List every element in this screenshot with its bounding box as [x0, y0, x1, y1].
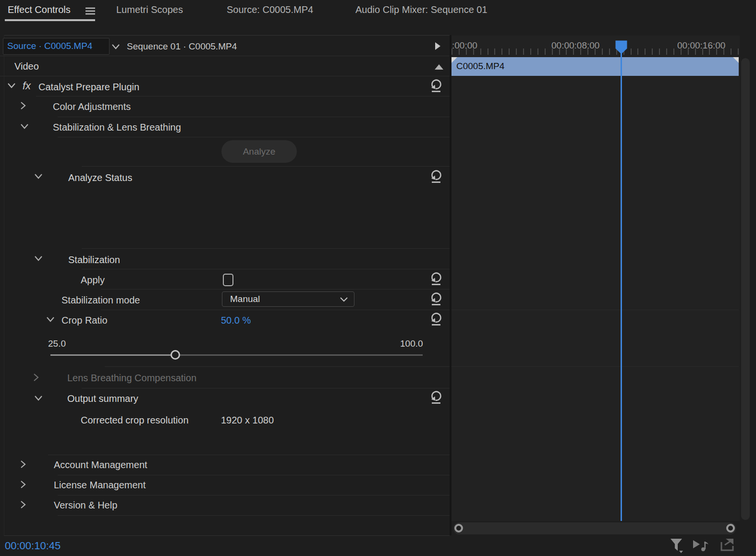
- keyframe-timeline-area[interactable]: [451, 36, 740, 521]
- crop-ratio-slider-track[interactable]: [175, 354, 423, 356]
- crop-ratio-value[interactable]: 50.0 %: [221, 315, 251, 326]
- reset-parameter-icon[interactable]: [429, 168, 443, 183]
- row-divider: [101, 310, 450, 310]
- ruler-ticks[interactable]: [451, 48, 739, 55]
- source-clip-selector[interactable]: Source · C0005.MP4: [3, 38, 110, 55]
- active-tab-underline: [5, 19, 95, 21]
- row-divider: [0, 56, 450, 56]
- fx-icon[interactable]: fx: [23, 80, 31, 92]
- group-account-management[interactable]: Account Management: [54, 459, 147, 471]
- group-license-management[interactable]: License Management: [54, 480, 146, 491]
- stabilization-mode-label: Stabilization mode: [61, 295, 140, 306]
- tab-audio-clip-mixer[interactable]: Audio Clip Mixer: Sequence 01: [355, 4, 488, 15]
- stabilization-group-label[interactable]: Stabilization: [68, 254, 120, 266]
- row-divider: [82, 269, 450, 269]
- row-divider: [58, 117, 450, 117]
- reset-parameter-icon[interactable]: [429, 270, 443, 286]
- row-divider: [82, 248, 450, 249]
- chevron-down-icon[interactable]: [34, 395, 43, 401]
- panel-top-border: [4, 35, 450, 36]
- slider-min-label: 25.0: [48, 338, 66, 349]
- zoom-handle-right[interactable]: [726, 524, 735, 532]
- slider-max-label: 100.0: [400, 338, 423, 349]
- timeline-clip[interactable]: C0005.MP4: [451, 57, 739, 76]
- crop-ratio-slider-handle[interactable]: [171, 350, 180, 360]
- crop-ratio-slider-track-filled[interactable]: [50, 354, 175, 356]
- analyze-button[interactable]: Analyze: [221, 140, 297, 163]
- sequence-clip-label[interactable]: Sequence 01 · C0005.MP4: [127, 41, 237, 52]
- group-stabilization-lens-breathing[interactable]: Stabilization & Lens Breathing: [53, 122, 181, 133]
- analyze-button-label: Analyze: [243, 146, 276, 157]
- corrected-crop-resolution-value: 1920 x 1080: [221, 415, 274, 426]
- reset-effect-icon[interactable]: [429, 77, 443, 93]
- vertical-scrollbar[interactable]: [741, 58, 750, 520]
- chevron-right-icon[interactable]: [20, 480, 26, 489]
- row-divider: [36, 96, 450, 97]
- panel-left-border: [4, 35, 4, 535]
- reset-parameter-icon[interactable]: [429, 290, 443, 306]
- playhead-line[interactable]: [621, 51, 622, 521]
- playhead-timecode[interactable]: 00:00:10:45: [5, 540, 61, 552]
- reset-parameter-icon[interactable]: [429, 389, 443, 404]
- row-divider: [82, 166, 450, 167]
- output-summary-label[interactable]: Output summary: [67, 393, 138, 404]
- tab-source-monitor[interactable]: Source: C0005.MP4: [227, 4, 313, 15]
- panel-menu-icon[interactable]: [85, 6, 96, 16]
- chevron-right-icon[interactable]: [33, 373, 39, 382]
- clip-end-notch-icon: [733, 57, 739, 63]
- reset-parameter-icon[interactable]: [429, 311, 443, 326]
- chevron-right-icon[interactable]: [20, 500, 26, 509]
- panel-bottom-border: [4, 535, 450, 536]
- chevron-down-icon[interactable]: [46, 316, 55, 323]
- row-divider: [101, 289, 450, 290]
- lane-divider: [451, 366, 739, 367]
- row-divider: [58, 515, 450, 516]
- chevron-down-icon[interactable]: [7, 82, 16, 89]
- apply-checkbox[interactable]: [223, 274, 233, 286]
- source-clip-label: Source · C0005.MP4: [7, 41, 92, 51]
- timeline-view-toggle-icon[interactable]: [435, 42, 440, 50]
- tab-lumetri-scopes[interactable]: Lumetri Scopes: [116, 4, 183, 15]
- zoom-handle-left[interactable]: [454, 524, 463, 532]
- horizontal-zoom-scrollbar[interactable]: [453, 522, 736, 534]
- row-divider: [0, 76, 450, 76]
- row-divider: [82, 388, 450, 388]
- row-divider: [58, 475, 450, 475]
- chevron-down-icon[interactable]: [20, 123, 29, 130]
- group-color-adjustments[interactable]: Color Adjustments: [53, 101, 131, 112]
- chevron-right-icon[interactable]: [20, 459, 26, 469]
- panel-tab-bar: Effect Controls Lumetri Scopes Source: C…: [0, 0, 756, 22]
- crop-ratio-label[interactable]: Crop Ratio: [61, 315, 108, 326]
- group-version-help[interactable]: Version & Help: [54, 500, 117, 511]
- lane-divider: [451, 310, 739, 310]
- row-divider: [48, 455, 450, 455]
- stabilization-mode-value: Manual: [230, 294, 260, 304]
- stabilization-mode-dropdown[interactable]: Manual: [222, 291, 354, 307]
- chevron-down-icon: [340, 297, 348, 302]
- chevron-down-icon[interactable]: [111, 43, 121, 50]
- corrected-crop-resolution-label: Corrected crop resolution: [81, 415, 189, 426]
- apply-label: Apply: [81, 275, 105, 286]
- chevron-down-icon[interactable]: [34, 173, 43, 180]
- row-divider: [58, 137, 450, 137]
- group-lens-breathing-compensation: Lens Breathing Compensation: [67, 373, 196, 384]
- tab-effect-controls[interactable]: Effect Controls: [8, 4, 71, 15]
- playhead-marker[interactable]: [615, 40, 627, 54]
- analyze-status-label[interactable]: Analyze Status: [68, 172, 132, 183]
- clip-name: C0005.MP4: [456, 61, 504, 72]
- collapse-section-icon[interactable]: [435, 64, 443, 70]
- chevron-right-icon[interactable]: [20, 101, 26, 110]
- video-section-header[interactable]: Video: [14, 61, 39, 72]
- row-divider: [105, 366, 450, 367]
- play-audio-icon[interactable]: [692, 538, 713, 553]
- chevron-down-icon[interactable]: [34, 255, 43, 262]
- row-divider: [58, 495, 450, 496]
- export-frame-icon[interactable]: [719, 537, 736, 553]
- filter-properties-icon[interactable]: [669, 537, 685, 555]
- effect-name[interactable]: Catalyst Prepare Plugin: [38, 82, 139, 93]
